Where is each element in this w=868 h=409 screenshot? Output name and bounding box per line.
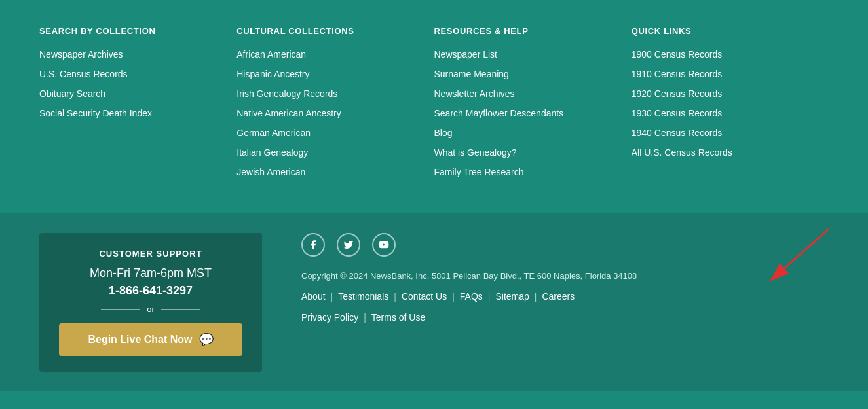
chat-icon: 💬	[199, 332, 214, 347]
footer-bottom: CUSTOMER SUPPORT Mon-Fri 7am-6pm MST 1-8…	[0, 213, 868, 391]
support-hours: Mon-Fri 7am-6pm MST	[59, 266, 242, 280]
social-icons-row	[301, 233, 829, 257]
youtube-icon[interactable]	[372, 233, 396, 257]
cultural-collections-col: CULTURAL COLLECTIONS African American Hi…	[236, 26, 434, 187]
link-search-mayflower[interactable]: Search Mayflower Descendants	[434, 108, 618, 118]
link-hispanic-ancestry[interactable]: Hispanic Ancestry	[236, 69, 421, 79]
sep-6: |	[364, 312, 366, 323]
resources-help-col: RESOURCES & HELP Newspaper List Surname …	[434, 26, 632, 187]
begin-live-chat-button[interactable]: Begin Live Chat Now 💬	[59, 323, 242, 356]
link-german-american[interactable]: German American	[236, 128, 421, 138]
faqs-link[interactable]: FAQs	[460, 291, 483, 302]
facebook-icon[interactable]	[301, 233, 325, 257]
link-1900-census[interactable]: 1900 Census Records	[632, 49, 816, 60]
link-1940-census[interactable]: 1940 Census Records	[632, 128, 816, 138]
quick-links-col: QUICK LINKS 1900 Census Records 1910 Cen…	[632, 26, 829, 187]
link-obituary-search[interactable]: Obituary Search	[39, 88, 223, 99]
nav-links-row-2: Privacy Policy | Terms of Use	[301, 312, 829, 323]
support-phone[interactable]: 1-866-641-3297	[59, 284, 242, 298]
or-divider: or	[59, 304, 242, 314]
link-african-american[interactable]: African American	[236, 49, 421, 60]
link-what-is-genealogy[interactable]: What is Genealogy?	[434, 147, 618, 158]
search-by-collection-col: SEARCH BY COLLECTION Newspaper Archives …	[39, 26, 236, 187]
link-blog[interactable]: Blog	[434, 128, 618, 138]
link-us-census-records[interactable]: U.S. Census Records	[39, 69, 223, 79]
link-jewish-american[interactable]: Jewish American	[236, 167, 421, 177]
sep-1: |	[331, 291, 333, 302]
link-all-census[interactable]: All U.S. Census Records	[632, 147, 816, 158]
or-line-left	[101, 309, 140, 310]
privacy-link[interactable]: Privacy Policy	[301, 312, 358, 323]
about-link[interactable]: About	[301, 291, 326, 302]
sep-2: |	[394, 291, 396, 302]
cultural-collections-heading: CULTURAL COLLECTIONS	[236, 26, 421, 36]
link-social-security[interactable]: Social Security Death Index	[39, 108, 223, 118]
testimonials-link[interactable]: Testimonials	[338, 291, 388, 302]
or-text: or	[147, 304, 155, 314]
link-family-tree[interactable]: Family Tree Research	[434, 167, 618, 177]
customer-support-box: CUSTOMER SUPPORT Mon-Fri 7am-6pm MST 1-8…	[39, 233, 262, 372]
terms-link[interactable]: Terms of Use	[371, 312, 425, 323]
link-newspaper-list[interactable]: Newspaper List	[434, 49, 618, 60]
link-1910-census[interactable]: 1910 Census Records	[632, 69, 816, 79]
sitemap-link[interactable]: Sitemap	[495, 291, 529, 302]
search-by-collection-heading: SEARCH BY COLLECTION	[39, 26, 223, 36]
copyright-text: Copyright © 2024 NewsBank, Inc. 5801 Pel…	[301, 271, 829, 281]
footer-right-section: Copyright © 2024 NewsBank, Inc. 5801 Pel…	[301, 233, 829, 323]
link-surname-meaning[interactable]: Surname Meaning	[434, 69, 618, 79]
sep-5: |	[535, 291, 537, 302]
careers-link[interactable]: Careers	[542, 291, 575, 302]
link-1930-census[interactable]: 1930 Census Records	[632, 108, 816, 118]
link-newsletter-archives[interactable]: Newsletter Archives	[434, 88, 618, 99]
customer-support-heading: CUSTOMER SUPPORT	[59, 249, 242, 258]
link-irish-genealogy[interactable]: Irish Genealogy Records	[236, 88, 421, 99]
or-line-right	[161, 309, 200, 310]
quick-links-heading: QUICK LINKS	[632, 26, 816, 36]
link-newspaper-archives[interactable]: Newspaper Archives	[39, 49, 223, 60]
twitter-icon[interactable]	[337, 233, 360, 257]
footer-top: SEARCH BY COLLECTION Newspaper Archives …	[0, 0, 868, 213]
contact-link[interactable]: Contact Us	[402, 291, 447, 302]
resources-help-heading: RESOURCES & HELP	[434, 26, 618, 36]
chat-button-label: Begin Live Chat Now	[88, 334, 192, 346]
link-native-american[interactable]: Native American Ancestry	[236, 108, 421, 118]
sep-4: |	[488, 291, 491, 302]
link-1920-census[interactable]: 1920 Census Records	[632, 88, 816, 99]
nav-links-row-1: About | Testimonials | Contact Us | FAQs…	[301, 291, 829, 302]
sep-3: |	[452, 291, 455, 302]
link-italian-genealogy[interactable]: Italian Genealogy	[236, 147, 421, 158]
